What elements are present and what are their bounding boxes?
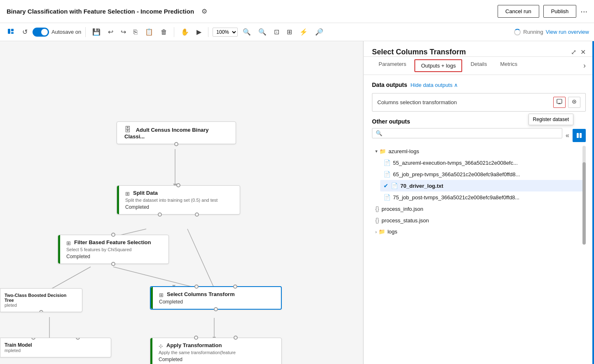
- file-70-driver-log[interactable]: ✔ 📄 70_driver_log.txt: [380, 180, 586, 191]
- file-doc-icon-3: 📄: [391, 182, 398, 189]
- node-dataset[interactable]: 🗄 Adult Census Income Binary Classi...: [117, 121, 236, 144]
- collapse-tree-button[interactable]: «: [566, 132, 569, 139]
- settings-icon[interactable]: ⚙: [199, 6, 210, 17]
- minimap-icon[interactable]: ⊞: [284, 26, 295, 37]
- tab-details[interactable]: Details: [464, 57, 493, 75]
- node-selectcolumns[interactable]: ⊞ Select Columns Transform Completed: [150, 286, 282, 310]
- node-splitdata[interactable]: ⊞ Split Data Split the dataset into trai…: [117, 185, 240, 215]
- panel-content: Data outputs Hide data outputs ∧ Columns…: [364, 75, 594, 364]
- divider-3: [208, 27, 208, 37]
- port-selectcolumns-out[interactable]: [214, 307, 218, 311]
- tab-metrics[interactable]: Metrics: [493, 57, 524, 75]
- port-applytrans-in1[interactable]: [194, 336, 198, 340]
- panel-header: Select Columns Transform ⤢ ✕: [364, 41, 594, 57]
- zoom-select[interactable]: 100% 50% 75% 150% 200%: [213, 28, 238, 37]
- port-splitdata-in[interactable]: [176, 183, 180, 187]
- zoom-out-icon[interactable]: 🔍: [256, 26, 269, 37]
- run-icon[interactable]: ▶: [194, 26, 204, 37]
- cancel-run-button[interactable]: Cancel run: [498, 5, 539, 18]
- node-splitdata-status: Completed: [125, 204, 234, 210]
- file-55-azureml-exec[interactable]: 📄 55_azureml-execution-tvmps_366a5021c2e…: [380, 157, 586, 168]
- more-options-icon[interactable]: ···: [580, 7, 587, 16]
- node-trainmodel-status: mpleted: [5, 348, 105, 353]
- pipeline-canvas[interactable]: 🗄 Adult Census Income Binary Classi... ⊞…: [0, 41, 363, 364]
- next-panel-button[interactable]: ›: [583, 61, 586, 70]
- dataset-icon[interactable]: [5, 26, 17, 38]
- file-process-info-text: process_info.json: [381, 206, 582, 212]
- node-twoclassbdt-status: pleted: [5, 303, 76, 308]
- file-55-text: 55_azureml-execution-tvmps_366a5021c2e00…: [393, 160, 582, 166]
- search-toolbar-icon[interactable]: 🔎: [313, 26, 326, 37]
- port-twoclassbdt-out[interactable]: [39, 310, 43, 312]
- port-splitdata-out1[interactable]: [158, 212, 162, 217]
- port-dataset-out[interactable]: [174, 142, 178, 146]
- register-dataset-button[interactable]: [553, 97, 566, 108]
- copy-icon[interactable]: ⎘: [131, 27, 140, 37]
- expand-panel-button[interactable]: ⤢: [571, 48, 576, 56]
- pan-icon[interactable]: ✋: [178, 26, 192, 37]
- redo-icon[interactable]: ↪: [118, 26, 129, 37]
- autosave-toggle[interactable]: Autosave on: [33, 28, 81, 37]
- hide-data-outputs-link[interactable]: Hide data outputs ∧: [411, 82, 458, 88]
- zoom-in-icon[interactable]: 🔍: [240, 26, 253, 37]
- undo-icon[interactable]: ↩: [105, 26, 116, 37]
- file-process-status[interactable]: {} process_status.json: [372, 215, 586, 226]
- check-icon: ✔: [384, 182, 388, 189]
- file-doc-icon: 📄: [384, 159, 391, 166]
- port-filterfeature-out[interactable]: [111, 262, 115, 266]
- running-text: Running: [523, 29, 543, 35]
- publish-button[interactable]: Publish: [543, 5, 577, 18]
- node-trainmodel[interactable]: Train Model mpleted: [0, 338, 111, 357]
- port-trainmodel-in2[interactable]: [76, 338, 80, 340]
- visualize-button[interactable]: [568, 97, 580, 108]
- fit-view-icon[interactable]: ⊡: [271, 26, 282, 37]
- data-outputs-header: Data outputs Hide data outputs ∧: [372, 82, 586, 88]
- node-filterfeature[interactable]: ⊞ Filter Based Feature Selection Select …: [58, 235, 169, 264]
- tabs-container: Parameters Outputs + logs Details Metric…: [372, 57, 583, 75]
- port-applytrans-in2[interactable]: [234, 336, 238, 340]
- debug-icon[interactable]: ⚡: [297, 26, 310, 37]
- top-bar-left: Binary Classification with Feature Selec…: [7, 6, 210, 17]
- svg-rect-15: [557, 99, 562, 103]
- folder-azureml-logs[interactable]: ▾ 📁 azureml-logs: [372, 146, 586, 157]
- port-splitdata-out2[interactable]: [195, 212, 199, 217]
- node-dataset-title: Adult Census Income Binary Classi...: [124, 127, 209, 140]
- delete-icon[interactable]: 🗑: [158, 27, 170, 37]
- search-input[interactable]: [384, 130, 559, 136]
- data-outputs-title: Data outputs: [372, 82, 407, 88]
- node-bar-applytrans: [150, 338, 152, 364]
- port-trainmodel-in1[interactable]: [31, 338, 35, 340]
- node-splitdata-title: Split Data: [133, 190, 158, 196]
- port-selectcolumns-in1[interactable]: [194, 285, 199, 289]
- view-run-link[interactable]: View run overview: [546, 29, 589, 35]
- tab-parameters[interactable]: Parameters: [372, 57, 413, 75]
- svg-line-9: [49, 267, 91, 290]
- node-twoclassbdt[interactable]: Two-Class Boosted Decision Tree pleted: [0, 288, 82, 312]
- other-outputs-toolbar: 🔍 «: [372, 128, 586, 142]
- paste-icon[interactable]: 📋: [143, 26, 156, 37]
- tree-scrollbar[interactable]: [582, 146, 586, 237]
- save-icon[interactable]: 💾: [90, 26, 103, 37]
- port-filterfeature-in[interactable]: [111, 233, 115, 237]
- refresh-icon[interactable]: ↺: [20, 26, 30, 37]
- toggle-track[interactable]: [33, 28, 49, 37]
- search-bar[interactable]: 🔍: [372, 128, 562, 138]
- panel-side-btn[interactable]: [573, 129, 586, 142]
- port-selectcolumns-in2[interactable]: [233, 285, 237, 289]
- tabs-row: Parameters Outputs + logs Details Metric…: [364, 57, 594, 75]
- autosave-label: Autosave on: [51, 29, 81, 35]
- file-65-job-prep[interactable]: 📄 65_job_prep-tvmps_366a5021c2e008efc9a8…: [380, 168, 586, 180]
- tab-outputs-logs[interactable]: Outputs + logs: [414, 59, 462, 72]
- running-indicator: Running View run overview: [514, 29, 589, 35]
- divider-1: [85, 27, 86, 37]
- close-panel-button[interactable]: ✕: [580, 48, 586, 56]
- file-75-job-post[interactable]: 📄 75_job_post-tvmps_366a5021c2e008efc9a8…: [380, 191, 586, 203]
- folder-logs[interactable]: › 📁 logs: [372, 226, 586, 237]
- node-applytrans[interactable]: ⊹ Apply Transformation Apply the same tr…: [150, 338, 282, 364]
- spinner-icon: [514, 29, 521, 35]
- tree-scrollbar-thumb[interactable]: [582, 162, 586, 245]
- file-process-info[interactable]: {} process_info.json: [372, 203, 586, 215]
- panel-header-icons: ⤢ ✕: [571, 48, 586, 56]
- file-tree: ▾ 📁 azureml-logs 📄 55_azureml-execution-…: [372, 146, 586, 237]
- chevron-right-icon: ›: [375, 229, 377, 234]
